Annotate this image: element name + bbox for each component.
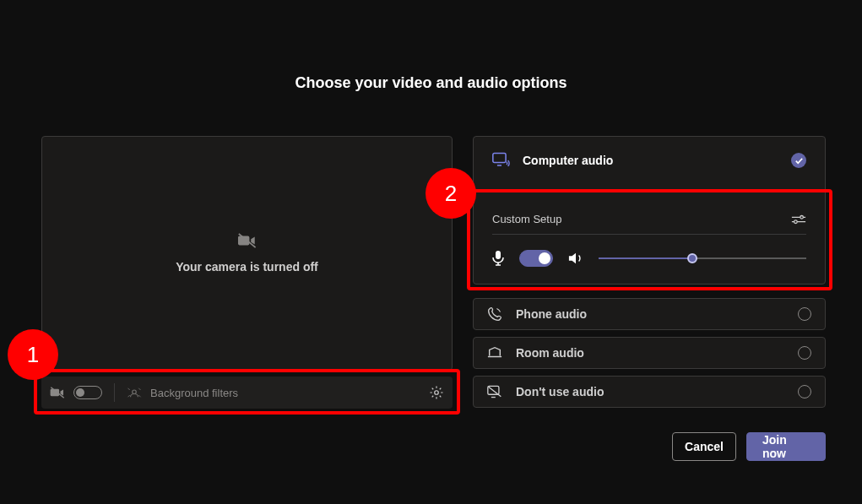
cancel-button[interactable]: Cancel [672, 432, 736, 461]
divider [114, 383, 115, 402]
microphone-icon [492, 251, 504, 266]
radio-unchecked-icon [798, 346, 811, 360]
phone-icon [487, 306, 502, 322]
page-title: Choose your video and audio options [0, 74, 862, 92]
computer-audio-icon [492, 152, 511, 169]
speaker-icon [568, 252, 583, 265]
camera-off-icon [50, 387, 65, 398]
video-toolbar: Background filters [41, 377, 453, 409]
background-filters-button[interactable]: Background filters [150, 387, 238, 399]
background-effects-icon [127, 387, 142, 398]
no-audio-label: Don't use audio [516, 385, 604, 398]
camera-toggle[interactable] [73, 386, 102, 399]
room-icon [487, 346, 502, 360]
phone-audio-option[interactable]: Phone audio [473, 298, 826, 330]
svg-point-0 [133, 390, 137, 394]
volume-slider[interactable] [599, 252, 806, 264]
svg-point-4 [794, 219, 798, 223]
svg-point-3 [800, 215, 804, 219]
radio-unchecked-icon [798, 307, 811, 321]
computer-audio-label: Computer audio [523, 154, 613, 167]
camera-off-icon [238, 233, 257, 252]
svg-rect-2 [493, 154, 506, 163]
computer-audio-card[interactable]: Computer audio Custom Setup [473, 136, 826, 285]
sliders-icon[interactable] [791, 214, 806, 225]
room-audio-label: Room audio [516, 346, 584, 360]
gear-icon[interactable] [429, 385, 444, 400]
phone-audio-label: Phone audio [516, 307, 587, 321]
no-audio-icon [487, 385, 502, 398]
video-preview-panel: Your camera is turned off [41, 136, 453, 371]
camera-off-text: Your camera is turned off [176, 260, 318, 274]
selected-check-icon [791, 153, 806, 168]
join-now-button[interactable]: Join now [746, 432, 826, 461]
room-audio-option[interactable]: Room audio [473, 337, 826, 369]
no-audio-option[interactable]: Don't use audio [473, 376, 826, 408]
custom-setup-button[interactable]: Custom Setup [492, 213, 561, 225]
svg-rect-5 [496, 251, 501, 259]
microphone-toggle[interactable] [519, 250, 553, 267]
svg-point-1 [435, 391, 439, 395]
radio-unchecked-icon [798, 385, 811, 398]
